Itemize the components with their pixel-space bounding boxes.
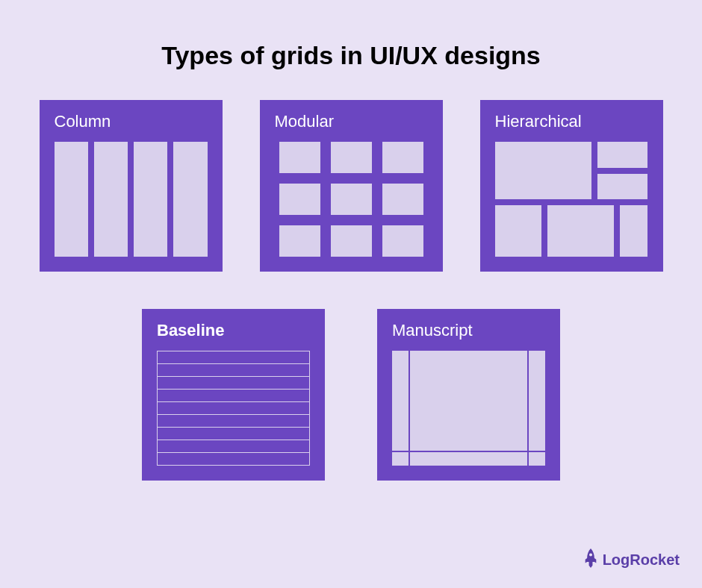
module-cell [331,142,372,173]
column-grid-illustration [55,142,208,257]
card-manuscript-label: Manuscript [392,321,545,340]
manuscript-page [392,351,545,466]
manuscript-margin-bottom [392,451,545,452]
module-cell [331,184,372,215]
row-top: Column Modular Hierarchical [0,100,702,272]
hier-block [597,174,648,200]
baseline-lines [157,351,310,466]
manuscript-margin-left [409,351,410,466]
module-cell [331,225,372,257]
card-modular: Modular [260,100,443,272]
hier-block [547,205,613,257]
baseline-row [158,415,309,428]
card-column: Column [40,100,223,272]
column-bar [55,142,88,257]
page-title: Types of grids in UI/UX designs [0,0,702,100]
column-bar [134,142,167,257]
rocket-icon [583,548,598,572]
card-column-label: Column [55,112,208,131]
manuscript-margin-right [527,351,529,466]
hier-block [495,205,542,257]
module-cell [382,142,423,173]
module-cell [279,225,320,257]
baseline-row [158,377,309,390]
hier-block [620,205,648,257]
hier-block [597,142,648,168]
module-cell [382,225,423,257]
modular-grid-illustration [275,142,428,257]
column-bar [94,142,128,257]
module-cell [279,142,320,173]
brand-logo: LogRocket [583,548,680,572]
module-cell [279,184,320,215]
baseline-row [158,390,309,402]
card-manuscript: Manuscript [377,309,560,481]
baseline-row [158,364,309,377]
module-cell [382,184,423,215]
row-bottom: Baseline Manuscript [0,309,702,481]
column-bar [173,142,207,257]
baseline-row [158,402,309,415]
card-modular-label: Modular [275,112,428,131]
baseline-row [158,428,309,440]
hierarchical-grid-illustration [495,142,648,257]
baseline-grid-illustration [157,351,310,466]
card-hierarchical: Hierarchical [480,100,663,272]
baseline-row [158,453,309,465]
hier-bottom-row [495,205,648,257]
card-hierarchical-label: Hierarchical [495,112,648,131]
brand-name: LogRocket [603,551,680,569]
manuscript-grid-illustration [392,351,545,466]
card-baseline-label: Baseline [157,321,310,340]
baseline-row [158,351,309,364]
card-baseline: Baseline [142,309,325,481]
hier-block [495,142,591,199]
baseline-row [158,440,309,453]
